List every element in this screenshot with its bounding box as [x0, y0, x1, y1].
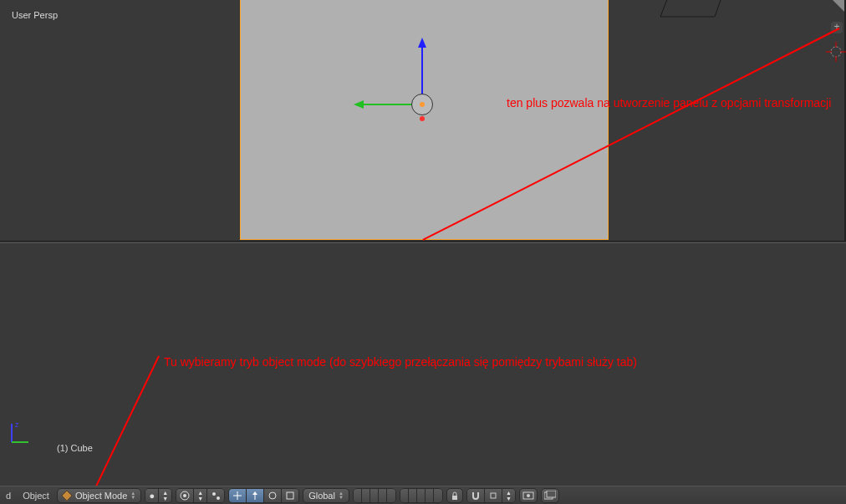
layer-4[interactable] [379, 489, 387, 502]
pivot-updown-icon[interactable]: ▲▼ [194, 489, 207, 502]
selected-plane-object[interactable] [240, 0, 609, 240]
layer-7[interactable] [409, 489, 417, 502]
shading-selector[interactable]: ● ▲▼ [145, 488, 172, 503]
mode-updown-icon: ▲▼ [130, 491, 135, 500]
svg-point-21 [269, 492, 276, 499]
shading-solid-icon[interactable]: ● [145, 489, 159, 502]
layers-group-a[interactable] [353, 488, 396, 503]
manipulator-scale-icon[interactable] [282, 489, 298, 502]
layer-10[interactable] [434, 489, 442, 502]
layer-2[interactable] [362, 489, 370, 502]
svg-point-2 [831, 47, 841, 57]
layer-1[interactable] [354, 489, 362, 502]
shading-updown-icon[interactable]: ▲▼ [159, 489, 171, 502]
svg-point-26 [527, 494, 530, 497]
layers-group-b[interactable] [400, 488, 443, 503]
pivot-selector[interactable]: ▲▼ [176, 488, 225, 503]
manipulator-enable-icon[interactable] [229, 489, 247, 502]
viewport-header: d Object Object Mode ▲▼ ● ▲▼ ▲▼ Glo [0, 486, 846, 504]
svg-rect-24 [491, 493, 496, 498]
axis-gizmo: z y [8, 420, 33, 445]
manipulator-toggles[interactable] [228, 488, 299, 503]
open-properties-panel-plus[interactable]: + [831, 22, 843, 33]
svg-point-13 [183, 494, 186, 497]
snap-updown-icon[interactable]: ▲▼ [502, 489, 515, 502]
3d-cursor[interactable] [826, 42, 846, 62]
pivot-individual-icon[interactable] [207, 489, 224, 502]
layer-8[interactable] [417, 489, 426, 502]
manipulator-translate-icon[interactable] [247, 489, 264, 502]
object-mode-icon [61, 489, 73, 501]
snap-group[interactable]: ▲▼ [466, 488, 516, 503]
orientation-selector[interactable]: Global ▲▼ [303, 488, 349, 503]
viewport-bottom[interactable]: z y (1) Cube [0, 242, 846, 483]
svg-marker-19 [252, 491, 257, 495]
opengl-render-image-icon[interactable] [519, 488, 538, 503]
viewport-top[interactable]: User Persp + [0, 0, 846, 242]
manipulator-rotate-icon[interactable] [264, 489, 282, 502]
mode-selector[interactable]: Object Mode ▲▼ [57, 488, 141, 503]
opengl-render-anim-icon[interactable] [541, 488, 559, 503]
svg-point-16 [217, 496, 220, 500]
svg-rect-22 [287, 492, 293, 499]
svg-rect-28 [547, 491, 556, 497]
mode-label: Object Mode [75, 491, 127, 501]
svg-rect-23 [452, 496, 457, 500]
lock-camera-icon[interactable] [446, 488, 463, 503]
layer-5[interactable] [387, 489, 395, 502]
layer-6[interactable] [400, 489, 409, 502]
menu-d[interactable]: d [2, 491, 15, 501]
area-split-handle[interactable] [833, 0, 844, 12]
layer-9[interactable] [426, 489, 434, 502]
svg-text:y: y [8, 444, 13, 445]
snap-magnet-icon[interactable] [467, 489, 485, 502]
camera-wireframe[interactable] [656, 0, 731, 25]
view-persp-label: User Persp [12, 10, 58, 20]
layer-3[interactable] [370, 489, 379, 502]
orientation-updown-icon: ▲▼ [339, 491, 344, 500]
menu-object[interactable]: Object [18, 491, 54, 501]
active-object-label: (1) Cube [57, 443, 93, 453]
svg-point-15 [212, 492, 216, 496]
snap-target-icon[interactable] [485, 489, 502, 502]
svg-marker-0 [660, 0, 725, 17]
svg-text:z: z [15, 420, 19, 429]
orientation-label: Global [308, 491, 335, 501]
pivot-icon[interactable] [176, 489, 194, 502]
